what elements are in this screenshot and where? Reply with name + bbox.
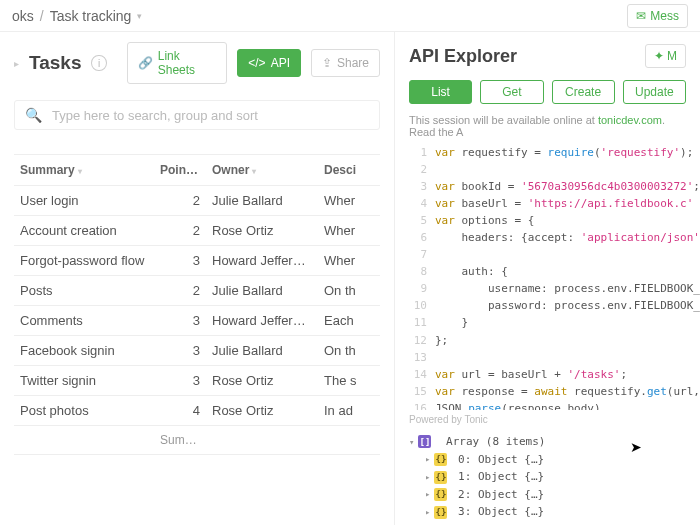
table-header: Summary▾ Points▾ Owner▾ Desci	[14, 155, 380, 186]
cell-points[interactable]: 3	[154, 366, 206, 395]
disclosure-icon[interactable]: ▸	[425, 505, 430, 519]
object-icon: {}	[434, 488, 447, 501]
api-tabs: ListGetCreateUpdate	[395, 80, 700, 104]
cell-description[interactable]: Wher	[318, 186, 380, 215]
cell-description[interactable]: On th	[318, 276, 380, 305]
task-table: Summary▾ Points▾ Owner▾ Desci User login…	[14, 154, 380, 455]
cell-owner[interactable]: Julie Ballard	[206, 276, 318, 305]
session-link[interactable]: tonicdev.com	[598, 114, 662, 126]
cell-summary[interactable]: Comments	[14, 306, 154, 335]
cell-owner[interactable]: Howard Jefferson	[206, 306, 318, 335]
cell-summary[interactable]: Post photos	[14, 396, 154, 425]
col-owner[interactable]: Owner▾	[206, 155, 318, 185]
search-icon: 🔍	[25, 107, 42, 123]
cell-description[interactable]: Each	[318, 306, 380, 335]
cell-summary[interactable]: Posts	[14, 276, 154, 305]
cell-description[interactable]: Wher	[318, 246, 380, 275]
info-icon[interactable]: i	[91, 55, 106, 71]
cell-points[interactable]: 3	[154, 246, 206, 275]
cell-points[interactable]: 4	[154, 396, 206, 425]
wand-icon: ✦	[654, 49, 664, 63]
object-icon: {}	[434, 506, 447, 519]
array-icon: []	[418, 435, 431, 448]
table-row[interactable]: Forgot-password flow3Howard JeffersonWhe…	[14, 246, 380, 276]
table-footer: Sum 22	[14, 426, 380, 455]
cell-points[interactable]: 2	[154, 216, 206, 245]
result-item[interactable]: ▸{} 0: Object {…}	[425, 451, 686, 469]
mouse-cursor-icon: ➤	[630, 439, 642, 455]
result-item[interactable]: ▸{} 3: Object {…}	[425, 503, 686, 521]
cell-points[interactable]: 3	[154, 336, 206, 365]
col-summary[interactable]: Summary▾	[14, 155, 154, 185]
disclosure-icon[interactable]: ▾	[409, 435, 414, 449]
sheet-title: Tasks	[29, 52, 81, 74]
result-item[interactable]: ▸{} 2: Object {…}	[425, 486, 686, 504]
code-icon: </>	[248, 56, 265, 70]
cell-summary[interactable]: Facebook signin	[14, 336, 154, 365]
col-description[interactable]: Desci	[318, 155, 380, 185]
share-icon: ⇪	[322, 56, 332, 70]
tab-create[interactable]: Create	[552, 80, 615, 104]
object-icon: {}	[434, 453, 447, 466]
disclosure-icon[interactable]: ▸	[425, 470, 430, 484]
cell-summary[interactable]: Account creation	[14, 216, 154, 245]
messages-label: Mess	[650, 9, 679, 23]
cell-points[interactable]: 2	[154, 186, 206, 215]
cell-summary[interactable]: Twitter signin	[14, 366, 154, 395]
mail-icon: ✉	[636, 9, 646, 23]
crumb-sep: /	[40, 8, 44, 24]
api-button[interactable]: </> API	[237, 49, 301, 77]
cell-owner[interactable]: Rose Ortiz	[206, 216, 318, 245]
tab-get[interactable]: Get	[480, 80, 543, 104]
cell-summary[interactable]: User login	[14, 186, 154, 215]
result-item[interactable]: ▸{} 1: Object {…}	[425, 468, 686, 486]
cell-owner[interactable]: Julie Ballard	[206, 186, 318, 215]
chevron-right-icon[interactable]: ▸	[14, 58, 19, 69]
share-button[interactable]: ⇪ Share	[311, 49, 380, 77]
object-icon: {}	[434, 471, 447, 484]
cell-description[interactable]: Wher	[318, 216, 380, 245]
table-row[interactable]: Account creation2Rose OrtizWher	[14, 216, 380, 246]
messages-button[interactable]: ✉ Mess	[627, 4, 688, 28]
chevron-down-icon[interactable]: ▾	[137, 11, 142, 21]
cell-description[interactable]: The s	[318, 366, 380, 395]
code-editor[interactable]: 1var requestify = require('requestify');…	[395, 144, 700, 410]
table-row[interactable]: Posts2Julie BallardOn th	[14, 276, 380, 306]
cell-owner[interactable]: Rose Ortiz	[206, 396, 318, 425]
disclosure-icon[interactable]: ▸	[425, 487, 430, 501]
table-row[interactable]: User login2Julie BallardWher	[14, 186, 380, 216]
breadcrumb[interactable]: oks / Task tracking ▾	[12, 8, 142, 24]
cell-summary[interactable]: Forgot-password flow	[14, 246, 154, 275]
table-row[interactable]: Facebook signin3Julie BallardOn th	[14, 336, 380, 366]
api-title: API Explorer	[409, 46, 635, 67]
tab-list[interactable]: List	[409, 80, 472, 104]
api-explorer-pane: API Explorer ✦ M ListGetCreateUpdate Thi…	[395, 32, 700, 525]
cell-points[interactable]: 2	[154, 276, 206, 305]
cell-description[interactable]: On th	[318, 336, 380, 365]
link-icon: 🔗	[138, 56, 153, 70]
table-row[interactable]: Post photos4Rose OrtizIn ad	[14, 396, 380, 426]
table-row[interactable]: Twitter signin3Rose OrtizThe s	[14, 366, 380, 396]
search-wrap[interactable]: 🔍	[14, 100, 380, 130]
col-points[interactable]: Points▾	[154, 155, 206, 185]
tab-update[interactable]: Update	[623, 80, 686, 104]
table-row[interactable]: Comments3Howard JeffersonEach	[14, 306, 380, 336]
api-more-button[interactable]: ✦ M	[645, 44, 686, 68]
cell-owner[interactable]: Rose Ortiz	[206, 366, 318, 395]
cell-owner[interactable]: Howard Jefferson	[206, 246, 318, 275]
powered-by: Powered by Tonic	[395, 410, 700, 429]
cell-points[interactable]: 3	[154, 306, 206, 335]
cell-description[interactable]: In ad	[318, 396, 380, 425]
sheet-pane: ▸ Tasks i 🔗 Link Sheets </> API ⇪ Share …	[0, 32, 395, 525]
result-panel[interactable]: ▾[] Array (8 items) ▸{} 0: Object {…}▸{}…	[395, 429, 700, 525]
cell-owner[interactable]: Julie Ballard	[206, 336, 318, 365]
crumb-parent: oks	[12, 8, 34, 24]
crumb-current: Task tracking	[50, 8, 132, 24]
link-sheets-button[interactable]: 🔗 Link Sheets	[127, 42, 228, 84]
search-input[interactable]	[52, 108, 369, 123]
disclosure-icon[interactable]: ▸	[425, 452, 430, 466]
session-note: This session will be available online at…	[395, 104, 700, 144]
top-bar: oks / Task tracking ▾ ✉ Mess	[0, 0, 700, 32]
